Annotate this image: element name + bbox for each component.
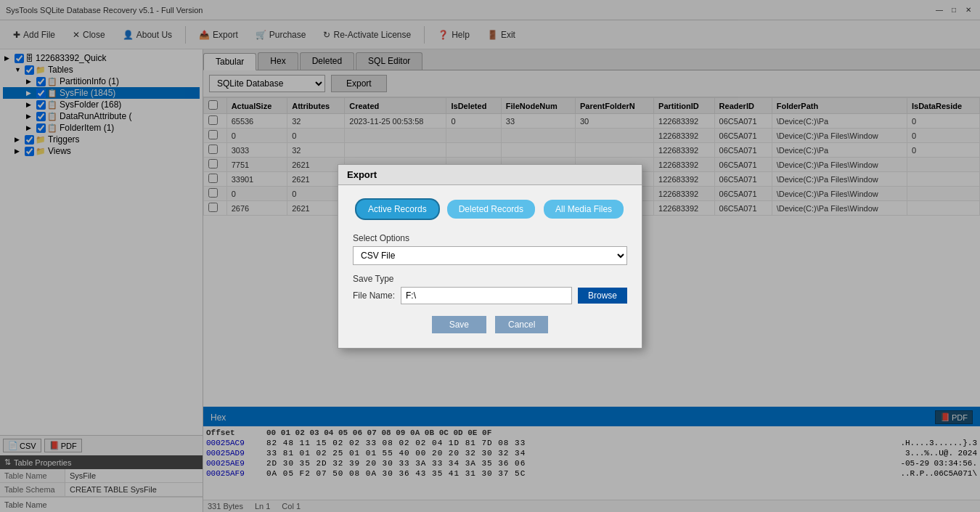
deleted-records-button[interactable]: Deleted Records (447, 200, 535, 219)
file-name-label: File Name: (353, 290, 395, 301)
cancel-button[interactable]: Cancel (495, 316, 548, 333)
select-options-label: Select Options (353, 233, 627, 243)
modal-overlay[interactable]: Export Active Records Deleted Records Al… (0, 0, 980, 512)
browse-button[interactable]: Browse (578, 288, 627, 304)
active-records-button[interactable]: Active Records (356, 200, 438, 219)
file-format-select[interactable]: CSV File (353, 246, 627, 265)
modal-body: Active Records Deleted Records All Media… (338, 185, 642, 348)
export-modal: Export Active Records Deleted Records Al… (338, 164, 642, 349)
all-media-files-button[interactable]: All Media Files (544, 200, 624, 219)
save-button[interactable]: Save (432, 316, 486, 333)
file-name-row: File Name: Browse (353, 287, 627, 304)
save-type-label: Save Type (353, 274, 627, 284)
record-type-buttons: Active Records Deleted Records All Media… (353, 200, 627, 219)
modal-footer: Save Cancel (353, 316, 627, 336)
file-name-input[interactable] (401, 287, 572, 304)
modal-title: Export (338, 165, 642, 185)
